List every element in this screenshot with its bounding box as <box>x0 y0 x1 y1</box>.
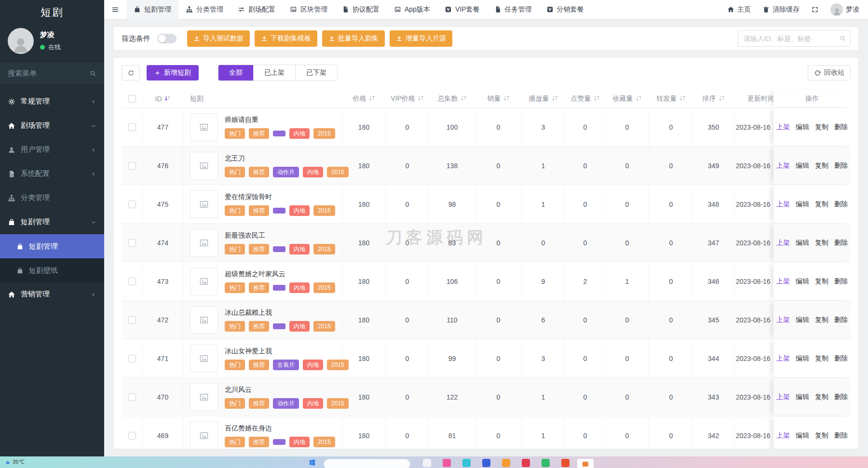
status-tab-全部[interactable]: 全部 <box>218 65 253 80</box>
sidebar-item-theater[interactable]: 剧场管理 <box>0 114 104 138</box>
taskbar-app-icon[interactable] <box>522 459 530 467</box>
import-button[interactable]: 导入测试数据 <box>187 30 250 47</box>
taskbar-app-icon[interactable] <box>542 459 550 467</box>
action-edit-link[interactable]: 编辑 <box>796 277 809 286</box>
import-button[interactable]: 批量导入剧集 <box>322 30 385 47</box>
sidebar-subitem-drama-list[interactable]: 短剧管理 <box>0 234 104 258</box>
row-checkbox[interactable] <box>128 432 136 440</box>
action-copy-link[interactable]: 复制 <box>815 316 828 324</box>
column-header-episodes[interactable]: 总集数 <box>429 90 475 107</box>
status-tab-已下架[interactable]: 已下架 <box>295 65 337 80</box>
taskbar-app-icon[interactable] <box>423 459 431 467</box>
action-copy-link[interactable]: 复制 <box>815 393 828 401</box>
import-button[interactable]: 下载剧集模板 <box>255 30 317 47</box>
action-copy-link[interactable]: 复制 <box>815 161 828 170</box>
column-header-vip_price[interactable]: VIP价格 <box>386 90 429 107</box>
header-checkbox[interactable] <box>128 95 136 103</box>
row-checkbox[interactable] <box>128 393 136 401</box>
action-publish-link[interactable]: 上架 <box>776 200 790 209</box>
row-checkbox[interactable] <box>128 316 136 324</box>
action-delete-link[interactable]: 删除 <box>834 123 848 132</box>
search-input[interactable] <box>738 30 851 47</box>
action-edit-link[interactable]: 编辑 <box>796 239 809 247</box>
recycle-bin-button[interactable]: 回收站 <box>808 65 851 80</box>
action-delete-link[interactable]: 删除 <box>834 431 848 440</box>
action-edit-link[interactable]: 编辑 <box>796 393 809 401</box>
action-edit-link[interactable]: 编辑 <box>796 123 809 132</box>
column-header-favorites[interactable]: 收藏量 <box>606 90 649 107</box>
action-edit-link[interactable]: 编辑 <box>796 161 809 170</box>
action-publish-link[interactable]: 上架 <box>776 277 790 286</box>
sidebar-item-category[interactable]: 分类管理 <box>0 186 104 210</box>
nav-tab-短剧管理[interactable]: 短剧管理 <box>126 0 178 19</box>
fullscreen-icon[interactable] <box>811 6 819 13</box>
action-delete-link[interactable]: 删除 <box>834 316 848 324</box>
action-publish-link[interactable]: 上架 <box>776 393 790 401</box>
import-button[interactable]: 增量导入片源 <box>390 30 452 47</box>
row-checkbox[interactable] <box>128 239 136 247</box>
action-publish-link[interactable]: 上架 <box>776 431 790 440</box>
windows-start-icon[interactable] <box>309 459 316 466</box>
home-button[interactable]: 主页 <box>727 5 751 14</box>
clear-cache-button[interactable]: 清除缓存 <box>762 5 800 14</box>
refresh-button[interactable] <box>122 65 140 80</box>
nav-tab-App版本[interactable]: App版本 <box>387 0 437 19</box>
user-menu[interactable]: 梦凌 <box>830 3 859 16</box>
row-checkbox[interactable] <box>128 278 136 285</box>
column-header-price[interactable]: 价格 <box>342 90 386 107</box>
nav-tab-分类管理[interactable]: 分类管理 <box>178 0 231 19</box>
action-publish-link[interactable]: 上架 <box>776 239 790 247</box>
column-header-shares[interactable]: 转发量 <box>649 90 693 107</box>
taskbar-app-icon[interactable] <box>502 459 510 467</box>
column-header-id[interactable]: ID <box>143 90 183 107</box>
action-copy-link[interactable]: 复制 <box>815 431 828 440</box>
action-edit-link[interactable]: 编辑 <box>796 354 809 363</box>
action-publish-link[interactable]: 上架 <box>776 161 790 170</box>
nav-tab-任务管理[interactable]: 任务管理 <box>487 0 539 19</box>
nav-tab-协议配置[interactable]: 协议配置 <box>335 0 387 19</box>
taskbar-weather[interactable]: 35℃ <box>5 459 25 465</box>
nav-tab-分销套餐[interactable]: 分销套餐 <box>539 0 591 19</box>
action-copy-link[interactable]: 复制 <box>815 354 828 363</box>
column-header-likes[interactable]: 点赞量 <box>565 90 606 107</box>
action-delete-link[interactable]: 删除 <box>834 161 848 170</box>
sidebar-search-input[interactable]: 搜索菜单 <box>0 63 104 84</box>
row-checkbox[interactable] <box>128 201 136 208</box>
row-checkbox[interactable] <box>128 355 136 362</box>
action-publish-link[interactable]: 上架 <box>776 123 790 132</box>
action-delete-link[interactable]: 删除 <box>834 393 848 401</box>
nav-tab-剧场配置[interactable]: 剧场配置 <box>231 0 283 19</box>
action-edit-link[interactable]: 编辑 <box>796 316 809 324</box>
action-publish-link[interactable]: 上架 <box>776 316 790 324</box>
column-header-sales[interactable]: 销量 <box>475 90 522 107</box>
row-checkbox[interactable] <box>128 162 136 170</box>
nav-tab-VIP套餐[interactable]: VIP套餐 <box>437 0 487 19</box>
sidebar-item-system[interactable]: 系统配置 <box>0 162 104 186</box>
row-checkbox[interactable] <box>128 123 136 131</box>
column-header-plays[interactable]: 播放量 <box>522 90 565 107</box>
action-copy-link[interactable]: 复制 <box>815 239 828 247</box>
sidebar-item-marketing[interactable]: 营销管理 <box>0 282 104 307</box>
nav-tab-区块管理[interactable]: 区块管理 <box>283 0 335 19</box>
column-header-sort[interactable]: 排序 <box>693 90 734 107</box>
status-tab-已上架[interactable]: 已上架 <box>253 65 295 80</box>
sidebar-item-drama[interactable]: 短剧管理 <box>0 210 104 234</box>
action-delete-link[interactable]: 删除 <box>834 277 848 286</box>
taskbar-app-icon[interactable] <box>443 459 451 467</box>
add-drama-button[interactable]: 新增短剧 <box>147 65 199 80</box>
taskbar-active-app[interactable] <box>577 459 594 468</box>
taskbar-app-icon[interactable] <box>561 459 570 467</box>
filter-toggle[interactable] <box>157 34 176 43</box>
hamburger-icon[interactable] <box>104 0 126 19</box>
action-copy-link[interactable]: 复制 <box>815 123 828 132</box>
action-delete-link[interactable]: 删除 <box>834 239 848 247</box>
action-delete-link[interactable]: 删除 <box>834 200 848 209</box>
action-edit-link[interactable]: 编辑 <box>796 431 809 440</box>
taskbar-app-icon[interactable] <box>482 459 490 467</box>
sidebar-subitem-drama-wallpaper[interactable]: 短剧壁纸 <box>0 258 104 282</box>
action-delete-link[interactable]: 删除 <box>834 354 848 363</box>
taskbar-app-icon[interactable] <box>462 459 471 467</box>
sidebar-item-user[interactable]: 用户管理 <box>0 138 104 162</box>
taskbar-search-input[interactable] <box>324 459 410 468</box>
action-publish-link[interactable]: 上架 <box>776 354 790 363</box>
